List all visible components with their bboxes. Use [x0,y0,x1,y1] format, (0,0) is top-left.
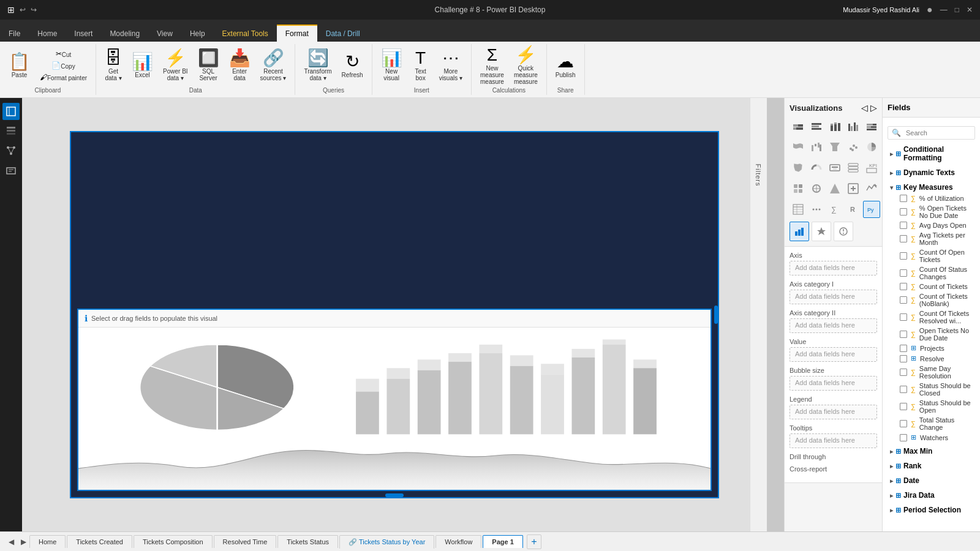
field-item[interactable]: ∑Count Of Open Tickets [897,247,975,264]
fields-group-header[interactable]: ▸⊞Period Selection [888,504,975,516]
field-item[interactable]: ⊞Watchers [897,432,975,443]
field-item[interactable]: ∑Same Day Resolution [897,364,975,381]
report-page[interactable]: ℹ Select or drag fields to populate this… [70,131,719,498]
fields-group-header[interactable]: ▸⊞Jira Data [888,489,975,501]
excel-btn[interactable]: 📊 Excel [128,52,157,80]
viz-custom5[interactable] [863,180,880,197]
field-checkbox[interactable] [900,235,907,242]
cut-btn[interactable]: ✂ Cut [36,49,91,59]
refresh-btn[interactable]: ↻ Refresh [338,52,367,80]
new-measure-btn[interactable]: Σ Newmeasuremeasure [477,45,508,86]
tab-modeling[interactable]: Modeling [101,24,148,42]
build-visual-btn[interactable] [790,222,809,241]
resize-handle-bottom[interactable] [385,493,404,497]
field-item[interactable]: ⊞Projects [897,343,975,353]
field-item[interactable]: ∑Count Of Tickets Resolved wi... [897,309,975,326]
fields-group-header[interactable]: ▸⊞Dynamic Texts [888,167,975,179]
minimize-btn[interactable]: — [940,6,948,14]
legend-drop[interactable]: Add data fields here [790,405,877,419]
new-visual-btn[interactable]: 📊 Newvisual [377,48,406,83]
tab-file[interactable]: File [0,24,29,42]
viz-stacked-bar[interactable] [790,118,807,135]
analytics-btn[interactable] [834,222,853,241]
field-item[interactable]: ∑Count Of Status Changes [897,264,975,282]
visual-placeholder[interactable]: ℹ Select or drag fields to populate this… [77,309,712,491]
viz-clustered-bar[interactable] [808,118,825,135]
field-item[interactable]: ∑Avg Tickets per Month [897,230,975,247]
field-checkbox[interactable] [900,355,907,362]
field-checkbox[interactable] [900,403,907,410]
field-item[interactable]: ∑% of Utilization [897,193,975,203]
tab-tickets-status[interactable]: Tickets Status [277,535,338,548]
format-painter-btn[interactable]: 🖌 Format painter [36,72,91,83]
fields-group-header[interactable]: ▸⊞Rank [888,460,975,472]
tab-external-tools[interactable]: External Tools [214,24,277,42]
canvas[interactable]: ℹ Select or drag fields to populate this… [22,98,767,531]
viz-custom6[interactable] [881,180,882,197]
field-checkbox[interactable] [900,208,907,216]
viz-ribbon-chart[interactable] [790,138,807,156]
field-checkbox[interactable] [900,331,907,338]
field-checkbox[interactable] [900,252,907,260]
viz-pie-chart[interactable] [863,138,880,156]
axis-cat1-drop[interactable]: Add data fields here [790,290,877,304]
bubble-size-drop[interactable]: Add data fields here [790,376,877,391]
field-item[interactable]: ⊞Resolve [897,353,975,364]
close-btn[interactable]: ✕ [967,6,973,14]
field-item[interactable]: ∑% Open Tickets No Due Date [897,203,975,220]
axis-cat2-drop[interactable]: Add data fields here [790,318,877,333]
field-item[interactable]: ∑Open Tickets No Due Date [897,326,975,343]
data-view-icon[interactable] [2,122,20,140]
viz-funnel[interactable] [826,138,843,156]
viz-table[interactable] [790,201,807,218]
viz-python-selected[interactable]: Py [863,201,880,218]
tab-view[interactable]: View [148,24,181,42]
viz-slicer[interactable] [881,159,882,176]
viz-stacked-column[interactable] [826,118,843,135]
field-item[interactable]: ∑Status Should be Closed [897,381,975,398]
tab-insert[interactable]: Insert [66,24,101,42]
undo-btn[interactable]: ↩ [20,6,26,14]
format-visual-btn[interactable] [812,222,831,241]
field-checkbox[interactable] [900,345,907,352]
enter-data-btn[interactable]: 📥 Enterdata [225,48,254,83]
tab-workflow[interactable]: Workflow [435,535,481,548]
powerbi-btn[interactable]: ⚡ Power BIdata ▾ [159,48,192,83]
fields-group-header[interactable]: ▸⊞Conditional Formatting [888,143,975,164]
viz-py2[interactable]: 🐍 [881,201,882,218]
fields-group-header[interactable]: ▸⊞Date [888,474,975,487]
report-view-icon[interactable] [2,103,20,120]
viz-card[interactable] [826,159,843,176]
more-visuals-btn[interactable]: ⋯ Morevisuals ▾ [435,48,466,83]
viz-more[interactable] [808,201,825,218]
field-checkbox[interactable] [900,283,907,290]
viz-multirow-card[interactable] [845,159,862,176]
viz-line-chart[interactable] [881,118,882,135]
tab-tickets-status-by-year[interactable]: 🔗 Tickets Status by Year [339,535,434,549]
next-page-btn[interactable]: ▶ [17,534,29,549]
prev-page-btn[interactable]: ◀ [5,534,17,549]
start-menu-icon[interactable]: ⊞ [7,5,15,15]
viz-custom4[interactable] [845,180,862,197]
tab-tickets-created[interactable]: Tickets Created [67,535,132,548]
viz-custom2[interactable] [808,180,825,197]
dax-query-icon[interactable] [2,162,20,179]
redo-btn[interactable]: ↪ [31,6,37,14]
transform-data-btn[interactable]: 🔄 Transformdata ▾ [300,48,335,83]
value-drop[interactable]: Add data fields here [790,347,877,362]
paste-btn[interactable]: 📋 Paste [5,52,34,80]
search-box[interactable]: 🔍 [888,126,975,140]
expand-viz-btn[interactable]: ▷ [870,103,877,113]
tab-format[interactable]: Format [277,24,317,42]
fields-group-header[interactable]: ▾⊞Key Measures [888,181,975,193]
resize-handle-right[interactable] [714,305,718,324]
field-item[interactable]: ∑Count of Tickets (NoBlank) [897,291,975,309]
tab-tickets-composition[interactable]: Tickets Composition [134,535,213,548]
quick-measure-btn[interactable]: ⚡ Quickmeasuremeasure [510,45,541,86]
viz-100-stacked-bar[interactable] [863,118,880,135]
field-checkbox[interactable] [900,296,907,304]
text-box-btn[interactable]: T Textbox [409,48,433,83]
viz-kpi[interactable]: KPI [863,159,880,176]
tooltips-drop[interactable]: Add data fields here [790,433,877,448]
field-checkbox[interactable] [900,420,907,427]
